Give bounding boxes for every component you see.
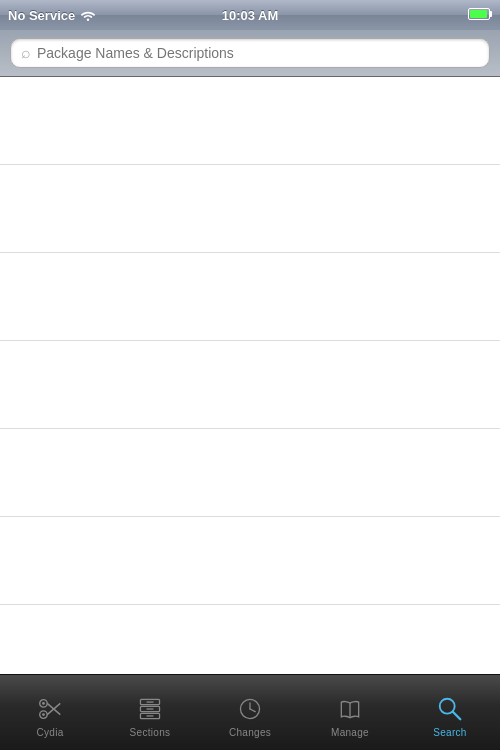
- svg-line-18: [453, 711, 460, 718]
- changes-tab-label: Changes: [229, 727, 271, 738]
- content-row: [0, 253, 500, 341]
- search-magnifier-icon: ⌕: [21, 44, 31, 62]
- svg-line-15: [250, 709, 255, 712]
- tab-cydia[interactable]: Cydia: [0, 675, 100, 750]
- content-row: [0, 517, 500, 605]
- content-row: [0, 165, 500, 253]
- sections-tab-label: Sections: [130, 727, 171, 738]
- svg-point-0: [87, 19, 89, 21]
- search-bar-container: ⌕: [0, 30, 500, 77]
- main-content: [0, 77, 500, 675]
- content-row: [0, 341, 500, 429]
- tab-bar: Cydia Sections Changes: [0, 674, 500, 750]
- search-tab-label: Search: [433, 727, 467, 738]
- sections-icon: [135, 694, 165, 724]
- changes-icon: [235, 694, 265, 724]
- status-right: [468, 6, 492, 24]
- svg-point-5: [42, 702, 45, 705]
- search-input-wrapper[interactable]: ⌕: [10, 38, 490, 68]
- tab-search[interactable]: Search: [400, 675, 500, 750]
- cydia-icon: [35, 694, 65, 724]
- manage-icon: [335, 694, 365, 724]
- tab-changes[interactable]: Changes: [200, 675, 300, 750]
- no-service-label: No Service: [8, 8, 75, 23]
- wifi-icon: [80, 9, 96, 21]
- battery-icon: [468, 6, 492, 24]
- cydia-tab-label: Cydia: [36, 727, 63, 738]
- tab-sections[interactable]: Sections: [100, 675, 200, 750]
- search-input[interactable]: [37, 45, 479, 61]
- content-row: [0, 77, 500, 165]
- status-bar: No Service 10:03 AM: [0, 0, 500, 30]
- status-time: 10:03 AM: [222, 8, 279, 23]
- content-row: [0, 429, 500, 517]
- svg-point-6: [42, 713, 45, 716]
- status-left: No Service: [8, 8, 96, 23]
- search-tab-icon: [435, 694, 465, 724]
- manage-tab-label: Manage: [331, 727, 369, 738]
- tab-manage[interactable]: Manage: [300, 675, 400, 750]
